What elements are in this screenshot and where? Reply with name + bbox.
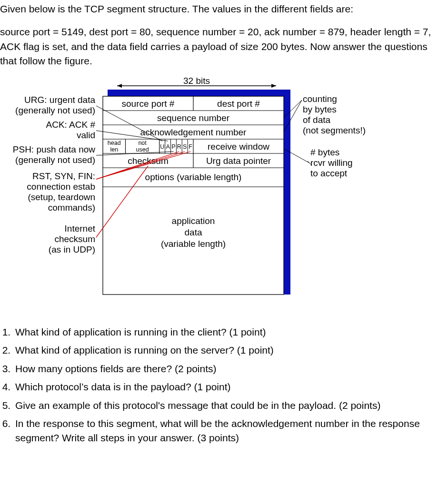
cell-flag-u: U bbox=[160, 143, 164, 150]
label-rw-l1: # bytes bbox=[310, 147, 339, 157]
cell-app-data-l3: (variable length) bbox=[161, 239, 226, 249]
cell-app-data-l2: data bbox=[185, 227, 202, 237]
question-2: What kind of application is running on t… bbox=[13, 343, 445, 357]
label-psh-l2: (generally not used) bbox=[15, 155, 95, 165]
width-label: 32 bits bbox=[183, 77, 210, 86]
questions-block: What kind of application is running in t… bbox=[0, 325, 445, 446]
cell-flag-s: S bbox=[183, 143, 187, 150]
label-rw-l2: rcvr willing bbox=[310, 158, 353, 168]
question-1: What kind of application is running in t… bbox=[13, 325, 445, 339]
label-rsf-l3: (setup, teardown bbox=[28, 192, 95, 202]
svg-marker-2 bbox=[271, 84, 276, 88]
question-5: Give an example of this protocol's messa… bbox=[13, 398, 445, 413]
cell-flag-a: A bbox=[166, 143, 170, 150]
label-ic-l1: Internet bbox=[65, 224, 96, 234]
svg-rect-5 bbox=[103, 96, 284, 295]
cell-head-len-top: head bbox=[108, 140, 121, 146]
svg-rect-3 bbox=[108, 90, 284, 96]
label-rsf-l4: commands) bbox=[48, 203, 95, 213]
question-6: In the response to this segment, what wi… bbox=[13, 417, 445, 446]
label-rsf-l1: RST, SYN, FIN: bbox=[32, 171, 95, 181]
label-rw-l3: to accept bbox=[310, 168, 348, 178]
cell-not-used-bot: used bbox=[136, 146, 149, 153]
label-urg-l1: URG: urgent data bbox=[24, 95, 95, 105]
tcp-segment-figure: 32 bits source port # dest port # sequen… bbox=[0, 77, 438, 306]
cell-source-port: source port # bbox=[122, 99, 175, 109]
label-count-l3: of data bbox=[303, 115, 331, 125]
label-ack-l2: valid bbox=[77, 130, 95, 140]
label-count-l1: counting bbox=[303, 94, 337, 104]
cell-options: options (variable length) bbox=[145, 172, 242, 182]
cell-head-len-bot: len bbox=[110, 146, 118, 153]
cell-app-data-l1: application bbox=[172, 216, 215, 226]
label-ic-l2: checksum bbox=[54, 234, 95, 244]
cell-flag-p: P bbox=[171, 143, 175, 150]
label-ack-l1: ACK: ACK # bbox=[46, 120, 96, 130]
cell-recv-window: receive window bbox=[208, 142, 269, 152]
cell-not-used-top: not bbox=[138, 140, 147, 146]
intro-block: Given below is the TCP segment structure… bbox=[0, 2, 445, 69]
label-rsf-l2: connection estab bbox=[27, 182, 95, 192]
cell-urg-ptr: Urg data pointer bbox=[206, 156, 271, 166]
label-count-l4: (not segments!) bbox=[303, 125, 366, 135]
cell-flag-f: F bbox=[189, 143, 192, 150]
intro-line-2: source port = 5149, dest port = 80, sequ… bbox=[0, 25, 445, 68]
label-ic-l3: (as in UDP) bbox=[49, 244, 95, 254]
question-3: How many options fields are there? (2 po… bbox=[13, 362, 445, 376]
question-4: Which protocol’s data is in the payload?… bbox=[13, 380, 445, 394]
svg-rect-4 bbox=[284, 90, 290, 295]
label-urg-l2: (generally not used) bbox=[15, 105, 95, 115]
svg-marker-1 bbox=[117, 84, 122, 88]
intro-line-1: Given below is the TCP segment structure… bbox=[0, 2, 445, 16]
cell-flag-r: R bbox=[177, 143, 181, 150]
cell-ack-number: acknowledgement number bbox=[140, 127, 247, 137]
label-psh-l1: PSH: push data now bbox=[13, 144, 95, 154]
label-count-l2: by bytes bbox=[303, 104, 337, 114]
cell-dest-port: dest port # bbox=[217, 99, 260, 109]
cell-sequence-number: sequence number bbox=[157, 113, 230, 123]
